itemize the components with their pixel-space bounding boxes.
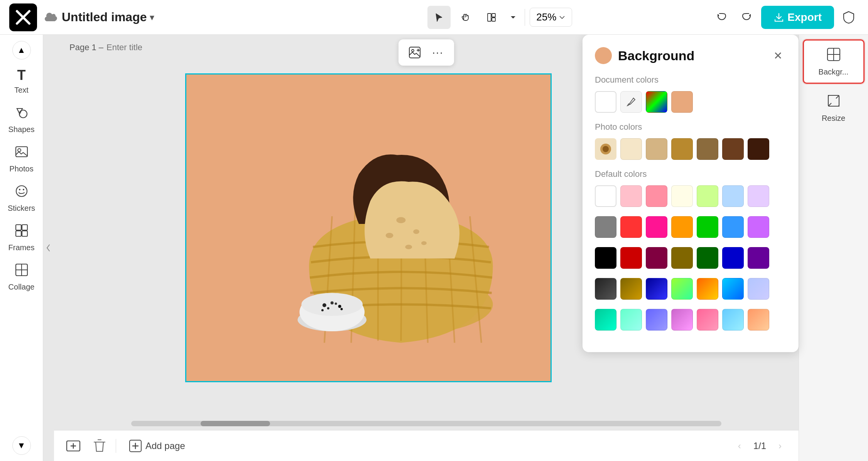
undo-button[interactable] (712, 7, 732, 27)
color-swatch-green[interactable] (697, 216, 718, 238)
title-dropdown-chevron[interactable]: ▾ (150, 12, 154, 23)
sidebar-item-shapes[interactable]: Shapes (3, 101, 40, 139)
color-swatch-rose-grad[interactable] (697, 309, 718, 330)
header: Untitled image ▾ (0, 0, 868, 35)
color-swatch-blue-grad[interactable] (646, 278, 667, 300)
sidebar-item-frames[interactable]: Frames (3, 219, 40, 257)
color-swatch-dark-brown[interactable] (722, 138, 744, 160)
color-swatch-dark-blue[interactable] (722, 247, 744, 269)
color-swatch-orange-grad[interactable] (697, 278, 718, 300)
add-to-page-button[interactable] (63, 436, 83, 456)
color-swatch-blue[interactable] (722, 216, 744, 238)
color-swatch-pink[interactable] (646, 185, 667, 207)
shield-button[interactable] (839, 7, 859, 27)
color-swatch-teal-grad[interactable] (595, 309, 616, 330)
photo-preview-swatch[interactable] (595, 138, 616, 160)
delete-button[interactable] (90, 436, 110, 456)
sidebar-item-collage[interactable]: Collage (3, 258, 40, 296)
color-swatch-violet-grad[interactable] (671, 309, 693, 330)
hand-tool-button[interactable] (454, 6, 477, 29)
add-image-button[interactable] (405, 42, 425, 63)
current-color-dot[interactable] (595, 47, 612, 64)
right-panel-item-resize[interactable]: Resize (803, 87, 865, 129)
sidebar-item-text[interactable]: T Text (3, 63, 40, 99)
svg-point-7 (18, 149, 21, 152)
color-swatch-tan-2[interactable] (646, 138, 667, 160)
color-swatch-pink-light[interactable] (620, 185, 642, 207)
document-colors-label: Document colors (595, 75, 786, 85)
color-swatch-dark-green[interactable] (697, 247, 718, 269)
color-swatch-indigo-grad[interactable] (646, 309, 667, 330)
color-swatch-green-grad[interactable] (671, 278, 693, 300)
color-swatch-white-2[interactable] (595, 185, 616, 207)
color-swatch-lavender[interactable] (748, 185, 769, 207)
svg-point-9 (19, 189, 20, 190)
color-swatch-sky-grad[interactable] (722, 309, 744, 330)
header-divider (525, 9, 525, 26)
frames-icon (15, 224, 29, 241)
default-colors-section: Default colors (595, 169, 786, 330)
background-panel-close[interactable]: ✕ (769, 47, 786, 64)
color-swatch-lime[interactable] (697, 185, 718, 207)
color-swatch-orange[interactable] (671, 216, 693, 238)
cloud-icon (43, 10, 59, 25)
color-swatch-dark-purple[interactable] (748, 247, 769, 269)
document-colors-section: Document colors (595, 75, 786, 113)
page-title-input[interactable] (106, 42, 199, 53)
color-swatch-black-grad[interactable] (595, 278, 616, 300)
color-swatch-white[interactable] (595, 91, 616, 113)
color-swatch-very-dark-brown[interactable] (748, 138, 769, 160)
color-swatch-gradient[interactable] (646, 91, 667, 113)
color-swatch-light-blue-grad[interactable] (748, 278, 769, 300)
horizontal-scrollbar[interactable] (131, 421, 721, 426)
eyedropper-tool[interactable] (620, 91, 642, 113)
svg-rect-3 (492, 14, 495, 17)
color-swatch-sky-blue[interactable] (722, 185, 744, 207)
right-panel-item-background[interactable]: Backgr... (803, 39, 865, 84)
default-colors-row-2 (595, 216, 786, 238)
scrollbar-thumb[interactable] (201, 421, 270, 426)
zoom-control[interactable]: 25% (530, 8, 572, 27)
color-swatch-black[interactable] (595, 247, 616, 269)
svg-point-27 (421, 241, 427, 245)
color-swatch-brown[interactable] (697, 138, 718, 160)
color-swatch-red[interactable] (620, 216, 642, 238)
color-swatch-maroon[interactable] (646, 247, 667, 269)
sidebar-item-stickers[interactable]: Stickers (3, 180, 40, 217)
color-swatch-tan[interactable] (671, 91, 693, 113)
color-swatch-gray[interactable] (595, 216, 616, 238)
sidebar-item-stickers-label: Stickers (8, 204, 35, 213)
svg-rect-4 (492, 18, 495, 21)
more-options-button[interactable]: ··· (428, 42, 448, 63)
background-panel-header: Background ✕ (595, 47, 786, 64)
sidebar-item-photos[interactable]: Photos (3, 140, 40, 178)
text-icon: T (17, 67, 26, 83)
document-title[interactable]: Untitled image (62, 10, 147, 24)
color-swatch-deep-pink[interactable] (646, 216, 667, 238)
select-tool-button[interactable] (427, 6, 451, 29)
photos-icon (15, 145, 29, 162)
color-swatch-cyan-grad[interactable] (722, 278, 744, 300)
export-button[interactable]: Export (761, 6, 834, 29)
sidebar-expand-arrow[interactable] (43, 35, 54, 461)
add-page-button[interactable]: Add page (122, 436, 191, 456)
color-swatch-peach-grad[interactable] (748, 309, 769, 330)
color-swatch-olive[interactable] (671, 247, 693, 269)
collage-icon (15, 263, 29, 280)
redo-button[interactable] (736, 7, 757, 27)
color-swatch-dark-red[interactable] (620, 247, 642, 269)
color-swatch-gold-grad[interactable] (620, 278, 642, 300)
stickers-icon (15, 184, 29, 202)
right-panel: Backgr... Resize (799, 35, 868, 461)
prev-page-button[interactable]: ‹ (730, 437, 749, 455)
layout-dropdown-button[interactable] (506, 6, 520, 29)
color-swatch-golden[interactable] (671, 138, 693, 160)
color-swatch-light-tan[interactable] (620, 138, 642, 160)
color-swatch-cream[interactable] (671, 185, 693, 207)
color-swatch-mint-grad[interactable] (620, 309, 642, 330)
sidebar-collapse-down[interactable]: ▼ (12, 436, 31, 455)
color-swatch-purple[interactable] (748, 216, 769, 238)
layout-tool-button[interactable] (480, 6, 503, 29)
sidebar-collapse-up[interactable]: ▲ (12, 41, 31, 59)
next-page-button[interactable]: › (771, 437, 789, 455)
